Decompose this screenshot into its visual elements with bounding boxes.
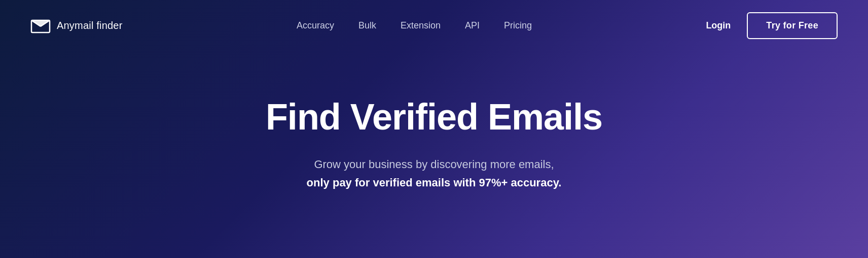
page-wrapper: Anymail finder Accuracy Bulk Extension A… xyxy=(0,0,868,258)
nav-bulk[interactable]: Bulk xyxy=(358,20,376,31)
logo[interactable]: Anymail finder xyxy=(30,16,123,35)
hero-subtitle-bold: only pay for verified emails with 97%+ a… xyxy=(307,176,562,189)
nav-links: Accuracy Bulk Extension API Pricing xyxy=(297,20,532,31)
brand-name: Anymail finder xyxy=(57,20,123,31)
nav-pricing[interactable]: Pricing xyxy=(504,20,532,31)
nav-api[interactable]: API xyxy=(465,20,480,31)
hero-section: Find Verified Emails Grow your business … xyxy=(0,51,868,258)
navbar: Anymail finder Accuracy Bulk Extension A… xyxy=(0,0,868,51)
nav-accuracy[interactable]: Accuracy xyxy=(297,20,334,31)
hero-title: Find Verified Emails xyxy=(266,97,602,137)
nav-extension[interactable]: Extension xyxy=(401,20,441,31)
svg-marker-0 xyxy=(31,20,50,26)
hero-subtitle-normal: Grow your business by discovering more e… xyxy=(314,158,554,171)
logo-icon xyxy=(30,16,51,35)
try-free-button[interactable]: Try for Free xyxy=(747,12,838,39)
login-button[interactable]: Login xyxy=(706,20,731,31)
nav-actions: Login Try for Free xyxy=(706,12,838,39)
hero-subtitle: Grow your business by discovering more e… xyxy=(307,155,562,191)
